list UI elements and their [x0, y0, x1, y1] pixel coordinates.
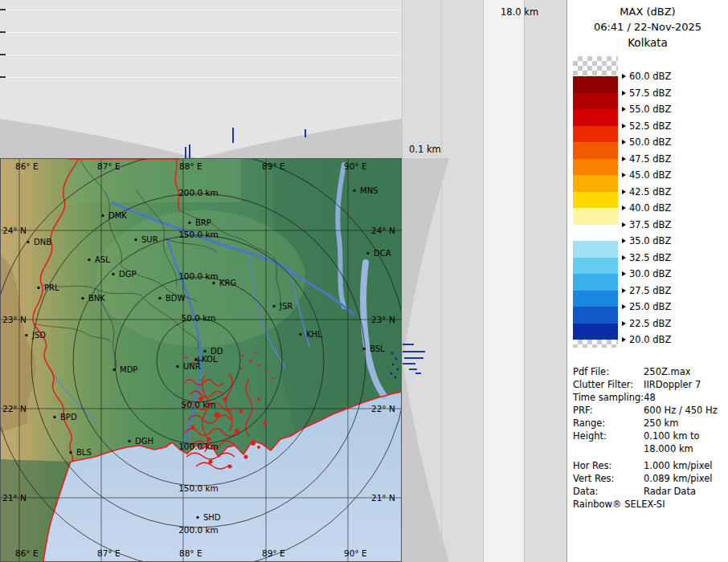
colorbar-band — [573, 291, 618, 307]
legend-level-label: 60.0 dBZ — [622, 71, 671, 82]
colorbar-band — [573, 175, 618, 192]
height-scale-band — [483, 0, 525, 562]
colorbar-band — [573, 126, 618, 143]
city-label: DMK — [108, 211, 127, 220]
meta-value: Radar Data — [644, 485, 696, 498]
city-label: KOL — [202, 355, 218, 364]
legend-tick-arrow-icon — [622, 189, 626, 194]
latitude-label: 21° N — [371, 493, 395, 503]
legend-level-label: 50.0 dBZ — [622, 136, 671, 148]
latitude-label: 24° N — [371, 226, 395, 235]
colorbar-band — [573, 241, 618, 258]
beam-blocked-region — [403, 158, 449, 562]
meta-row: Hor Res:1.000 km/pixel — [573, 459, 727, 472]
latitude-label: 23° N — [371, 315, 395, 324]
city-label: PRL — [44, 283, 59, 292]
echo-height-marks — [403, 344, 425, 374]
colorbar-band — [573, 324, 618, 340]
legend-level-label: 52.5 dBZ — [622, 120, 671, 132]
meta-value: 0.089 km/pixel — [644, 472, 713, 485]
legend-tick-arrow-icon — [622, 321, 626, 326]
city-dot — [112, 273, 114, 275]
meta-label: Pdf File: — [573, 365, 644, 378]
range-ring-label: 200.0 km — [178, 525, 219, 535]
longitude-label: 89° E — [262, 161, 285, 171]
meta-value: 600 Hz / 450 Hz — [644, 404, 718, 417]
city-label: BNK — [88, 294, 105, 303]
legend-level-label: 37.5 dBZ — [622, 219, 671, 230]
legend-level-label: 45.0 dBZ — [622, 169, 671, 181]
legend-level-label: 30.0 dBZ — [622, 268, 671, 279]
city-label: DNB — [34, 238, 51, 246]
city-dot — [212, 282, 215, 284]
city-dot — [134, 238, 137, 241]
legend-tick-arrow-icon — [622, 304, 626, 309]
city-dot — [25, 334, 27, 336]
legend-tick-arrow-icon — [622, 255, 626, 260]
city-label: SHD — [203, 513, 221, 522]
city-dot — [158, 297, 161, 299]
city-dot — [366, 252, 369, 255]
colorbar-band — [573, 225, 618, 242]
legend-tick-arrow-icon — [622, 173, 626, 177]
city-label: BRP — [195, 218, 211, 227]
longitude-label: 90° E — [344, 161, 367, 171]
city-label: DGH — [135, 437, 153, 446]
longitude-label: 88° E — [179, 161, 202, 171]
product-title: MAX (dBZ) — [567, 6, 728, 18]
height-min-label: 0.1 km — [409, 144, 441, 155]
city-dot — [37, 287, 39, 289]
colorbar-checker-top — [573, 56, 618, 76]
colorbar-band — [573, 109, 618, 126]
city-label: SUR — [141, 235, 158, 244]
legend-level-label: 20.0 dBZ — [622, 334, 671, 345]
city-label: BSL — [370, 344, 385, 353]
meta-value: 1.000 km/pixel — [644, 459, 713, 472]
city-dot — [128, 440, 130, 442]
meta-label: Time sampling: — [573, 391, 644, 404]
legend-level-label: 40.0 dBZ — [622, 202, 671, 214]
city-dot — [196, 516, 198, 519]
city-dot — [27, 241, 29, 243]
legend-tick-arrow-icon — [622, 238, 626, 243]
product-metadata: Pdf File:250Z.maxClutter Filter:IIRDoppl… — [573, 365, 727, 498]
legend-level-label: 47.5 dBZ — [622, 153, 671, 165]
legend-level-label: 35.0 dBZ — [622, 235, 671, 246]
radar-product-display: 18.0 km 0.1 km — [0, 0, 728, 562]
city-label: ASL — [95, 255, 110, 264]
longitude-label: 86° E — [15, 161, 39, 171]
vertical-projection-right: 18.0 km 0.1 km — [402, 0, 566, 562]
meta-label: Data: — [573, 485, 644, 498]
meta-label: Range: — [573, 417, 644, 430]
latitude-label: 23° N — [2, 315, 27, 324]
legend-tick-arrow-icon — [622, 124, 626, 128]
city-dot — [69, 451, 72, 454]
product-datetime: 06:41 / 22-Nov-2025 — [567, 21, 728, 33]
city-label: MNS — [360, 186, 378, 195]
city-label: MDP — [120, 365, 137, 374]
city-dot — [176, 365, 178, 368]
city-dot — [81, 297, 84, 299]
colorbar-band — [573, 274, 618, 291]
legend-tick-arrow-icon — [622, 91, 626, 96]
colorbar-checker-bottom — [573, 340, 618, 348]
colorbar-band — [573, 159, 618, 176]
city-label: DCA — [374, 249, 391, 258]
station-name: Kolkata — [567, 36, 728, 49]
city-label: JSD — [31, 331, 46, 340]
city-dot — [88, 259, 90, 261]
colorbar-band — [573, 76, 618, 93]
city-dot — [272, 305, 275, 307]
legend-tick-arrow-icon — [622, 271, 626, 276]
meta-row: Vert Res:0.089 km/pixel — [573, 472, 727, 485]
colorbar-band — [573, 142, 618, 159]
range-ring-label: 100.0 km — [178, 271, 219, 281]
meta-value: 0.100 km to 18.000 km — [644, 430, 700, 455]
meta-value: IIRDoppler 7 — [644, 378, 701, 391]
meta-value: 250Z.max — [644, 365, 691, 378]
legend-level-label: 25.0 dBZ — [622, 301, 671, 312]
legend-tick-arrow-icon — [622, 206, 626, 210]
legend-tick-arrow-icon — [622, 222, 626, 227]
meta-row: PRF:600 Hz / 450 Hz — [573, 404, 727, 417]
legend-tick-arrow-icon — [622, 74, 626, 79]
